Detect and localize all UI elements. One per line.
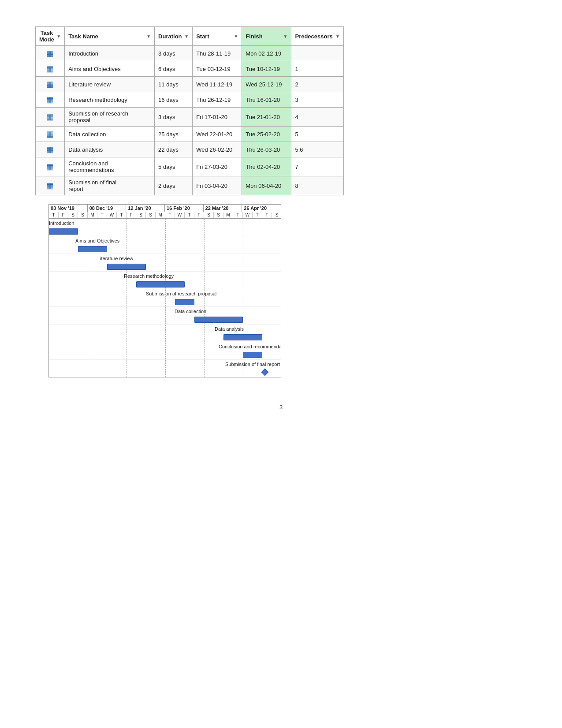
table-row: ▦Submission of final report2 daysFri 03-… <box>36 176 344 195</box>
table-row: ▦Conclusion and recommendations5 daysFri… <box>36 157 344 176</box>
day-T4: T <box>165 212 175 218</box>
gantt-row-proposal: Submission of research proposal <box>49 289 281 307</box>
day-W2: W <box>175 212 185 218</box>
task-name-cell: Introduction <box>65 46 155 61</box>
predecessors-cell: 1 <box>291 61 344 77</box>
task-mode-icon: ▦ <box>36 127 65 142</box>
table-row: ▦Data collection25 daysWed 22-01-20Tue 2… <box>36 127 344 142</box>
day-W1: W <box>107 212 117 218</box>
predecessors-cell: 5 <box>291 127 344 142</box>
gantt-dot-proposal <box>185 301 188 304</box>
finish-cell: Thu 16-01-20 <box>242 92 291 108</box>
start-dropdown-icon[interactable]: ▼ <box>234 34 238 39</box>
start-cell: Thu 28-11-19 <box>193 46 242 61</box>
table-row: ▦Literature review11 daysWed 11-12-19Wed… <box>36 77 344 92</box>
task-icon: ▦ <box>46 95 54 105</box>
task-icon: ▦ <box>46 129 54 139</box>
task-name-cell: Aims and Objectives <box>65 61 155 77</box>
task-mode-icon: ▦ <box>36 157 65 176</box>
predecessors-cell: 5,6 <box>291 142 344 157</box>
gantt-month-header: 03 Nov '19 08 Dec '19 12 Jan '20 16 Feb … <box>48 204 281 212</box>
table-row: ▦Submission of research proposal3 daysFr… <box>36 108 344 127</box>
start-cell: Fri 27-03-20 <box>193 157 242 176</box>
day-T2: T <box>97 212 107 218</box>
finish-cell: Tue 25-02-20 <box>242 127 291 142</box>
predecessors-cell: 7 <box>291 157 344 176</box>
day-T3: T <box>117 212 127 218</box>
start-cell: Wed 11-12-19 <box>193 77 242 92</box>
gantt-dot-conclusion <box>253 354 256 357</box>
predecessors-cell: 8 <box>291 176 344 195</box>
pred-dropdown-icon[interactable]: ▼ <box>335 34 340 39</box>
gantt-row-lit: Literature review <box>49 254 281 272</box>
task-icon: ▦ <box>46 162 54 172</box>
gantt-table: TaskMode ▼ Task Name ▼ Duration ▼ <box>35 26 344 195</box>
day-S6: S <box>214 212 223 218</box>
day-F1: F <box>59 212 68 218</box>
duration-cell: 25 days <box>155 127 193 142</box>
finish-dropdown-icon[interactable]: ▼ <box>283 34 288 39</box>
start-cell: Tue 03-12-19 <box>193 61 242 77</box>
task-name-cell: Submission of research proposal <box>65 108 155 127</box>
finish-cell: Thu 26-03-20 <box>242 142 291 157</box>
day-F4: F <box>262 212 272 218</box>
gantt-body: Introduction Aims and Objectives Literat… <box>48 219 281 377</box>
task-icon: ▦ <box>46 181 54 190</box>
gantt-row-conclusion: Conclusion and recommendations <box>49 342 281 360</box>
th-duration: Duration ▼ <box>155 27 193 46</box>
day-M3: M <box>223 212 233 218</box>
finish-cell: Thu 02-04-20 <box>242 157 291 176</box>
gantt-dot-dataanalysis <box>241 336 245 340</box>
task-mode-icon: ▦ <box>36 108 65 127</box>
duration-dropdown-icon[interactable]: ▼ <box>184 34 189 39</box>
gantt-dot-research <box>158 283 162 287</box>
task-icon: ▦ <box>46 64 54 74</box>
gantt-label-conclusion: Conclusion and recommendations <box>219 344 281 349</box>
task-name-cell: Literature review <box>65 77 155 92</box>
task-icon: ▦ <box>46 79 54 89</box>
month-feb20: 16 Feb '20 <box>165 205 204 212</box>
start-cell: Thu 26-12-19 <box>193 92 242 108</box>
finish-cell: Mon 02-12-19 <box>242 46 291 61</box>
month-apr20: 26 Apr '20 <box>242 205 281 212</box>
gantt-milestone-finalreport <box>261 369 269 376</box>
table-row: ▦Research methodology16 daysThu 26-12-19… <box>36 92 344 108</box>
task-mode-icon: ▦ <box>36 176 65 195</box>
th-start: Start ▼ <box>193 27 242 46</box>
day-W3: W <box>243 212 253 218</box>
task-icon: ▦ <box>46 145 54 154</box>
day-T6: T <box>233 212 243 218</box>
th-task-name: Task Name ▼ <box>65 27 155 46</box>
task-mode-dropdown-icon[interactable]: ▼ <box>56 34 61 39</box>
predecessors-cell <box>291 46 344 61</box>
duration-cell: 3 days <box>155 108 193 127</box>
start-cell: Fri 03-04-20 <box>193 176 242 195</box>
day-M1: M <box>88 212 97 218</box>
day-S5: S <box>204 212 214 218</box>
day-F3: F <box>194 212 204 218</box>
month-mar20: 22 Mar '20 <box>204 205 242 212</box>
month-jan20: 12 Jan '20 <box>126 205 165 212</box>
gantt-row-research: Research methodology <box>49 272 281 289</box>
start-cell: Wed 26-02-20 <box>193 142 242 157</box>
gantt-row-aims: Aims and Objectives <box>49 236 281 254</box>
th-predecessors: Predecessors ▼ <box>291 27 344 46</box>
day-T1: T <box>49 212 59 218</box>
day-T5: T <box>185 212 194 218</box>
gantt-day-header: T F S S M T W T F S S M T W T F S S M T … <box>48 212 281 219</box>
day-T7: T <box>253 212 262 218</box>
gantt-label-introduction: Introduction <box>49 220 74 226</box>
gantt-label-research: Research methodology <box>124 273 174 279</box>
gantt-label-finalreport: Submission of final report <box>225 362 280 367</box>
task-mode-icon: ▦ <box>36 46 65 61</box>
day-S1: S <box>68 212 78 218</box>
duration-cell: 6 days <box>155 61 193 77</box>
duration-cell: 22 days <box>155 142 193 157</box>
task-name-dropdown-icon[interactable]: ▼ <box>146 34 151 39</box>
gantt-chart: 03 Nov '19 08 Dec '19 12 Jan '20 16 Feb … <box>48 204 463 377</box>
day-S3: S <box>136 212 146 218</box>
gantt-dot-aims <box>90 248 93 251</box>
gantt-label-proposal: Submission of research proposal <box>146 291 216 296</box>
gantt-label-lit: Literature review <box>97 256 133 261</box>
gantt-row-dataanalysis: Data analysis <box>49 325 281 342</box>
